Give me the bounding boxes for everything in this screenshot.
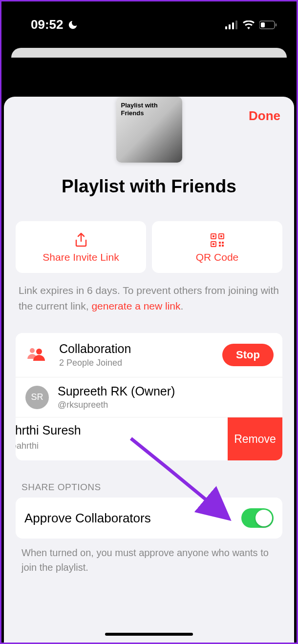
owner-info: Supreeth RK (Owner) @rksupreeth [58, 384, 175, 410]
qr-code-label: QR Code [157, 251, 277, 263]
owner-avatar: SR [25, 386, 49, 409]
svg-rect-2 [232, 22, 234, 29]
svg-rect-10 [219, 242, 221, 244]
svg-rect-6 [276, 23, 277, 26]
owner-handle: @rksupreeth [58, 400, 175, 410]
collab-header-row: Collaboration 2 People Joined Stop [16, 333, 282, 377]
svg-rect-0 [225, 26, 227, 29]
expire-text-b: . [181, 300, 184, 312]
member-name: ıhrthi Suresh [16, 423, 228, 437]
status-time-group: 09:52 [31, 17, 78, 32]
home-indicator[interactable] [105, 633, 193, 636]
remove-button[interactable]: Remove [228, 417, 282, 460]
collab-info: Collaboration 2 People Joined [59, 342, 222, 368]
generate-new-link[interactable]: generate a new link [91, 300, 180, 312]
toggle-knob [255, 510, 272, 526]
link-expire-text: Link expires in 6 days. To prevent other… [16, 283, 282, 313]
member-handle: ɔahrthi [16, 440, 228, 451]
share-invite-label: Share Invite Link [21, 251, 141, 263]
svg-point-17 [30, 348, 35, 353]
svg-rect-13 [222, 245, 224, 247]
playlist-title: Playlist with Friends [16, 176, 282, 197]
status-time: 09:52 [31, 17, 64, 32]
owner-name: Supreeth RK (Owner) [58, 384, 175, 398]
collaboration-card: Collaboration 2 People Joined Stop SR Su… [16, 333, 282, 460]
share-icon [74, 232, 88, 248]
svg-point-18 [36, 349, 42, 354]
svg-rect-12 [219, 245, 221, 247]
svg-rect-5 [261, 22, 265, 27]
svg-rect-15 [220, 235, 222, 237]
wifi-icon [243, 21, 255, 29]
svg-rect-11 [222, 242, 224, 244]
status-bar: 09:52 [1, 1, 297, 48]
collab-title: Collaboration [59, 342, 222, 356]
approve-subtitle: When turned on, you must approve anyone … [21, 545, 277, 575]
member-info: ıhrthi Suresh ɔahrthi [16, 417, 228, 460]
people-icon [25, 347, 47, 363]
battery-icon [259, 21, 277, 29]
stop-button[interactable]: Stop [222, 344, 274, 366]
qr-icon [211, 233, 224, 247]
status-icons [225, 21, 277, 29]
svg-rect-16 [213, 243, 214, 245]
collab-subtitle: 2 People Joined [59, 358, 222, 368]
svg-rect-14 [213, 235, 214, 237]
share-invite-button[interactable]: Share Invite Link [16, 221, 146, 273]
member-swipe-row[interactable]: ıhrthi Suresh ɔahrthi Remove [16, 417, 282, 460]
share-options-header: SHARE OPTIONS [21, 482, 282, 493]
approve-collaborators-row: Approve Collaborators [16, 498, 282, 539]
owner-row[interactable]: SR Supreeth RK (Owner) @rksupreeth [16, 377, 282, 417]
approve-label: Approve Collaborators [24, 511, 151, 526]
cover-label: Playlist with Friends [121, 102, 177, 117]
approve-toggle[interactable] [241, 508, 274, 528]
moon-icon [67, 20, 78, 30]
playlist-cover: Playlist with Friends [116, 97, 182, 163]
qr-code-button[interactable]: QR Code [152, 221, 282, 273]
modal-sheet: Done Playlist with Friends Playlist with… [4, 97, 294, 644]
cellular-icon [225, 21, 238, 29]
svg-rect-1 [229, 24, 231, 29]
svg-rect-3 [235, 21, 237, 29]
sheet-background-peek [11, 48, 287, 58]
share-actions: Share Invite Link QR Code [16, 221, 282, 273]
done-button[interactable]: Done [249, 108, 280, 124]
